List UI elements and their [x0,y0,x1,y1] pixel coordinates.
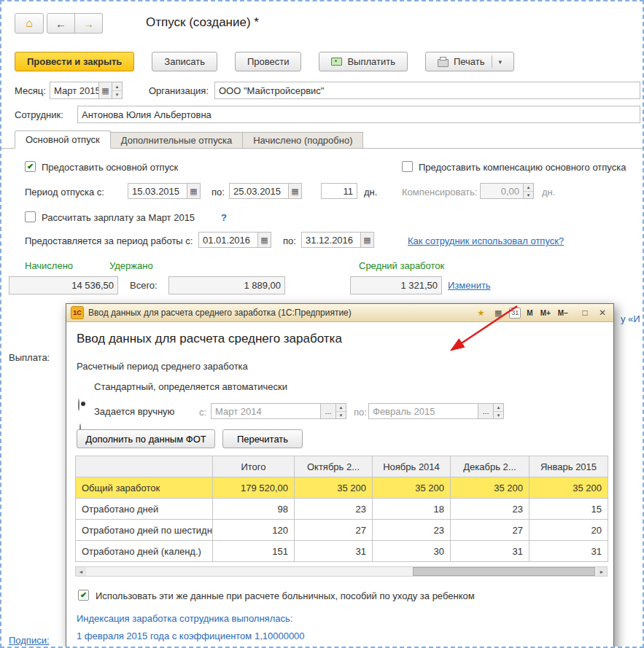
cell[interactable]: 15 [529,499,608,520]
indexation-entry-link[interactable]: 1 февраля 2015 года с коэффициентом 1,10… [77,631,305,641]
cell[interactable]: 20 [529,520,608,541]
withheld-value: 1 889,00 [169,277,284,294]
cell[interactable]: 23 [451,499,529,520]
print-dropdown-icon[interactable]: ▾ [499,58,503,66]
work-period-to-label: по: [283,235,296,246]
calc-salary-checkbox[interactable] [25,211,36,222]
table-row-total-earnings[interactable]: Общий заработок 179 520,00 35 200 35 200… [76,477,608,499]
favorites-star-icon[interactable]: ★ [474,306,487,319]
post-and-close-button[interactable]: Провести и закрыть [15,52,134,71]
scrollbar-thumb[interactable] [413,567,595,576]
home-button[interactable]: ⌂ [15,13,44,34]
provide-compensation-checkbox[interactable] [402,161,413,172]
forward-button[interactable]: → [75,13,103,34]
calc-salary-label: Рассчитать зарплату за Март 2015 [42,212,195,223]
radio-standard-period[interactable] [78,399,79,411]
pay-button[interactable]: Выплатить [319,52,408,71]
back-button[interactable]: ← [47,13,75,34]
organization-field[interactable]: ООО "Майстройсервис" [214,82,640,99]
table-horizontal-scrollbar[interactable]: ◄ ► [75,566,608,577]
close-icon[interactable]: ✕ [596,306,609,319]
vacation-days-field[interactable]: 11 [321,183,357,199]
employee-field[interactable]: Антонова Юлия Альбертовна [77,106,640,123]
vacation-from-field[interactable]: 15.03.2015 ▦ [128,183,201,199]
memory-m-button[interactable]: М [525,306,534,319]
cell[interactable]: 35 200 [373,477,451,499]
work-to-calendar-icon[interactable]: ▦ [360,233,373,247]
vacation-to-label: по: [212,187,225,198]
cell[interactable]: 98 [213,499,295,520]
scrollbar-track[interactable] [86,567,597,576]
tab-main-vacation[interactable]: Основной отпуск [15,130,111,149]
manual-to-step-up-icon: ▴ [494,404,503,411]
average-earnings-label: Средний заработок [359,260,444,271]
write-button[interactable]: Записать [152,52,217,71]
cell[interactable]: 35 200 [451,477,529,499]
vacation-from-calendar-icon[interactable]: ▦ [187,184,200,198]
cell[interactable]: 35 200 [295,477,373,499]
memory-m-plus-button[interactable]: М+ [539,306,552,319]
vacation-to-value: 25.03.2015 [230,184,288,198]
month-stepper[interactable]: ▴ ▾ [112,82,122,98]
scroll-right-icon[interactable]: ► [597,567,607,576]
earnings-table[interactable]: Итого Октябрь 2... Ноябрь 2014 Декабрь 2… [75,456,608,562]
cell[interactable]: 27 [451,520,529,541]
cell[interactable]: 179 520,00 [213,477,295,499]
cell[interactable]: 31 [295,541,373,562]
fill-from-fot-label: Дополнить по данным ФОТ [85,434,206,445]
table-row-days-worked-sixday[interactable]: Отработано дней по шестидн... 120 27 23 … [76,520,608,541]
accrued-field: 14 536,50 [9,276,118,294]
maximize-icon[interactable]: □ [578,306,591,319]
cell[interactable]: 18 [373,499,451,520]
cell[interactable]: 23 [373,520,451,541]
1c-app-icon: 1С [71,306,84,319]
cell[interactable]: 23 [295,499,373,520]
cell[interactable]: 120 [213,520,295,541]
vacation-to-field[interactable]: 25.03.2015 ▦ [229,183,302,199]
row-label: Отработано дней (календ.) [76,541,213,562]
cell[interactable]: 151 [213,541,295,562]
tab-accrued-detail-label: Начислено (подробно) [253,135,352,146]
cell[interactable]: 31 [451,541,529,562]
calendar-31-icon[interactable]: 31 [509,308,521,319]
cell[interactable]: 31 [529,541,608,562]
grid-icon[interactable]: ▦ [492,306,505,319]
work-from-calendar-icon[interactable]: ▦ [257,233,271,247]
month-step-up-icon[interactable]: ▴ [112,82,122,90]
month-step-down-icon[interactable]: ▾ [112,90,122,99]
use-same-data-checkbox[interactable]: ✔ [78,590,89,601]
col-header-october: Октябрь 2... [295,456,373,477]
earnings-table-header-row: Итого Октябрь 2... Ноябрь 2014 Декабрь 2… [76,456,608,477]
cell[interactable]: 35 200 [529,477,608,499]
provide-main-vacation-checkbox[interactable]: ✔ [25,161,36,172]
tab-accrued-detail[interactable]: Начислено (подробно) [243,132,363,149]
month-calendar-icon[interactable]: ▦ [98,82,112,98]
indexation-title-link[interactable]: Индексация заработка сотрудника выполнял… [77,613,292,624]
table-row-days-worked[interactable]: Отработано дней 98 23 18 23 15 [76,499,608,520]
scroll-left-icon[interactable]: ◄ [76,567,86,576]
signatures-link[interactable]: Подписи: [9,635,50,646]
memory-m-minus-button[interactable]: М− [556,306,570,319]
reread-button[interactable]: Перечитать [222,429,303,448]
vacation-usage-link[interactable]: Как сотрудник использовал отпуск? [408,235,564,246]
calc-salary-help-link[interactable]: ? [221,212,227,223]
work-period-from-field[interactable]: 01.01.2016 ▦ [198,232,271,248]
check-icon: ✔ [27,162,34,171]
month-value: Март 2015 [50,82,98,98]
fill-from-fot-button[interactable]: Дополнить по данным ФОТ [77,429,215,448]
month-field[interactable]: Март 2015 ▦ ▴ ▾ [50,82,123,99]
manual-to-step-down-icon: ▾ [494,411,503,419]
cell[interactable]: 30 [373,541,451,562]
print-button[interactable]: Печать ▾ [425,52,514,71]
cell[interactable]: 27 [295,520,373,541]
table-row-days-worked-calendar[interactable]: Отработано дней (календ.) 151 31 30 31 3… [76,541,608,562]
manual-to-field: Февраль 2015 ... ▴ ▾ [368,403,504,419]
tab-additional-vacations[interactable]: Дополнительные отпуска [111,132,244,149]
manual-from-value: Март 2014 [212,404,320,418]
vacation-to-calendar-icon[interactable]: ▦ [288,184,301,198]
dialog-titlebar[interactable]: 1С Ввод данных для расчета среднего зара… [66,304,613,322]
back-icon: ← [55,18,66,29]
change-average-link[interactable]: Изменить [448,280,491,291]
work-period-to-field[interactable]: 31.12.2016 ▦ [301,232,374,248]
post-button[interactable]: Провести [235,52,302,71]
